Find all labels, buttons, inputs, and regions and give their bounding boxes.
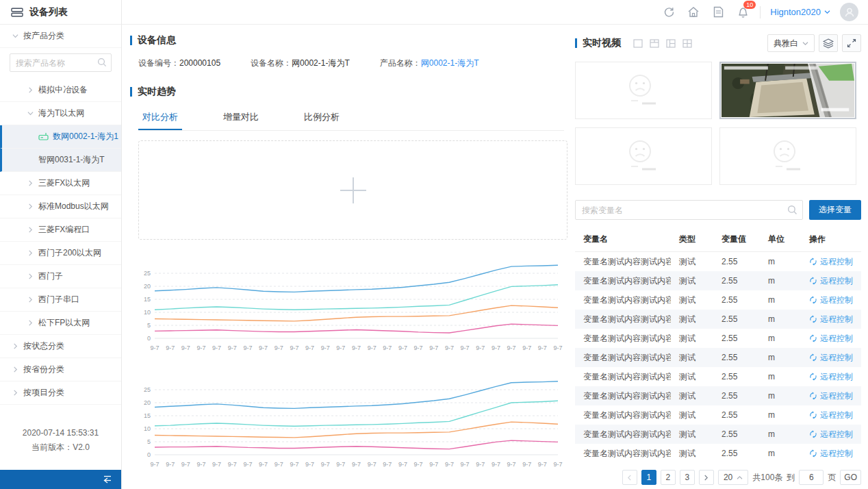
product-search-input[interactable] xyxy=(10,53,112,72)
tab-compare-analysis[interactable]: 对比分析 xyxy=(138,105,182,130)
document-button[interactable] xyxy=(711,5,726,20)
notifications-button[interactable]: 10 xyxy=(735,5,750,20)
remote-control-link[interactable]: 远程控制 xyxy=(801,390,861,402)
sidebar-item-label: 西门子串口 xyxy=(38,294,79,305)
svg-text:9-7: 9-7 xyxy=(492,344,500,351)
layout-single-button[interactable] xyxy=(633,39,643,48)
cell-unit: m xyxy=(760,334,801,343)
collapse-sidebar-button[interactable] xyxy=(101,473,114,486)
sidebar-item[interactable]: 西门子串口 xyxy=(0,288,121,312)
sidebar-item[interactable]: 松下FP以太网 xyxy=(0,312,121,335)
search-icon xyxy=(97,58,107,67)
sidebar-item[interactable]: 按状态分类 xyxy=(0,335,121,358)
sidebar-item[interactable]: 模拟中冶设备 xyxy=(0,79,121,102)
svg-text:9-7: 9-7 xyxy=(461,344,470,351)
refresh-button[interactable] xyxy=(661,5,676,20)
remote-control-label: 远程控制 xyxy=(820,275,853,287)
remote-control-link[interactable]: 远程控制 xyxy=(801,352,861,364)
search-icon xyxy=(787,205,797,215)
fullscreen-button[interactable] xyxy=(842,34,861,52)
svg-text:9-7: 9-7 xyxy=(181,344,190,351)
svg-text:0: 0 xyxy=(147,451,151,458)
home-button[interactable] xyxy=(686,5,701,20)
select-variable-button[interactable]: 选择变量 xyxy=(809,200,861,220)
sidebar-item[interactable]: 数网0002-1-海为1 xyxy=(0,125,121,149)
svg-text:9-7: 9-7 xyxy=(368,344,376,351)
next-page-button[interactable] xyxy=(699,470,714,485)
cell-unit: m xyxy=(760,372,801,381)
layers-button[interactable] xyxy=(819,34,838,52)
svg-text:0: 0 xyxy=(147,335,151,342)
trend-header: 实时趋势 xyxy=(130,86,564,98)
svg-text:5: 5 xyxy=(147,438,151,445)
layout-two-button[interactable] xyxy=(650,39,659,48)
product-name-link[interactable]: 网0002-1-海为T xyxy=(421,58,479,68)
page-jump-input[interactable] xyxy=(799,470,824,485)
chevron-right-icon xyxy=(27,203,34,210)
video-header: 实时视频 xyxy=(575,34,861,52)
remote-control-link[interactable]: 远程控制 xyxy=(801,256,861,268)
sidebar-item[interactable]: 按省份分类 xyxy=(0,358,121,381)
video-cell-4[interactable] xyxy=(719,127,856,185)
svg-text:9-7: 9-7 xyxy=(275,461,283,468)
go-button[interactable]: GO xyxy=(840,470,861,485)
video-cell-1[interactable] xyxy=(575,62,712,119)
chevron-right-icon xyxy=(12,366,18,373)
sidebar-item[interactable]: 西门子 xyxy=(0,265,121,288)
sidebar-item[interactable]: 三菱FX以太网 xyxy=(0,172,121,195)
page-button-3[interactable]: 3 xyxy=(680,470,695,485)
chevron-down-icon xyxy=(27,110,34,116)
theme-select[interactable]: 典雅白 xyxy=(767,34,815,52)
svg-text:9-7: 9-7 xyxy=(476,344,485,351)
sidebar-item[interactable]: 按项目分类 xyxy=(0,381,121,405)
remote-control-link[interactable]: 远程控制 xyxy=(801,371,861,383)
sidebar-item[interactable]: 三菱FX编程口 xyxy=(0,218,121,242)
tab-ratio-analysis[interactable]: 比例分析 xyxy=(300,105,344,130)
sidebar-item[interactable]: 海为T以太网 xyxy=(0,102,121,125)
sidebar-collapse-bar xyxy=(0,470,121,489)
sidebar-footer-info: 2020-07-14 15:53:31 当前版本：V2.0 xyxy=(0,426,121,470)
page-button-1[interactable]: 1 xyxy=(641,470,656,485)
remote-control-icon xyxy=(809,430,817,438)
svg-text:9-7: 9-7 xyxy=(398,344,407,351)
sidebar-item[interactable]: 西门子200以太网 xyxy=(0,242,121,265)
add-chart-dropzone[interactable] xyxy=(138,140,567,240)
app-root: 设备列表 按产品分类 模拟中冶设备海为T以太网数网0002-1-海为1智网003… xyxy=(0,0,868,489)
main-panel: 设备信息 设备编号：200000105 设备名称：网0002-1-海为T 产品名… xyxy=(122,25,575,489)
remote-control-link[interactable]: 远程控制 xyxy=(801,333,861,344)
prev-page-button[interactable] xyxy=(622,470,637,485)
svg-text:9-7: 9-7 xyxy=(522,344,531,351)
remote-control-link[interactable]: 远程控制 xyxy=(801,314,861,325)
svg-text:9-7: 9-7 xyxy=(553,344,562,351)
section-bar xyxy=(130,36,132,45)
remote-control-link[interactable]: 远程控制 xyxy=(801,275,861,287)
section-bar xyxy=(575,38,577,48)
user-menu[interactable]: Hignton2020 xyxy=(770,7,830,17)
video-cell-3[interactable] xyxy=(575,127,712,185)
cell-value: 2.55 xyxy=(713,429,760,439)
page-button-2[interactable]: 2 xyxy=(661,470,676,485)
tab-increment-compare[interactable]: 增量对比 xyxy=(219,105,263,130)
remote-control-link[interactable]: 远程控制 xyxy=(801,448,861,460)
video-cell-2[interactable] xyxy=(719,62,856,119)
layout-grid-button[interactable] xyxy=(682,39,692,48)
sidebar-item[interactable]: 智网0031-1-海为T xyxy=(0,149,121,172)
sidebar: 设备列表 按产品分类 模拟中冶设备海为T以太网数网0002-1-海为1智网003… xyxy=(0,0,122,489)
avatar[interactable] xyxy=(840,3,858,21)
remote-control-link[interactable]: 远程控制 xyxy=(801,410,861,421)
username: Hignton2020 xyxy=(770,7,821,17)
chevron-down-icon xyxy=(824,10,830,14)
pagination: 1 2 3 20 共100条 到 页 GO xyxy=(575,470,861,485)
cell-value: 2.55 xyxy=(713,449,760,458)
layout-three-button[interactable] xyxy=(666,39,676,48)
sidebar-item[interactable]: 标准Modbus以太网 xyxy=(0,195,121,218)
sidebar-group-product[interactable]: 按产品分类 xyxy=(0,25,121,48)
remote-control-link[interactable]: 远程控制 xyxy=(801,294,861,306)
svg-text:9-7: 9-7 xyxy=(445,344,454,351)
table-row: 变量名测试内容测试内容测试2.55m远程控制 xyxy=(575,329,861,348)
remote-control-link[interactable]: 远程控制 xyxy=(801,429,861,440)
cell-unit: m xyxy=(760,353,801,362)
page-size-select[interactable]: 20 xyxy=(718,470,748,485)
cell-unit: m xyxy=(760,276,801,286)
variable-search-input[interactable] xyxy=(575,200,803,220)
